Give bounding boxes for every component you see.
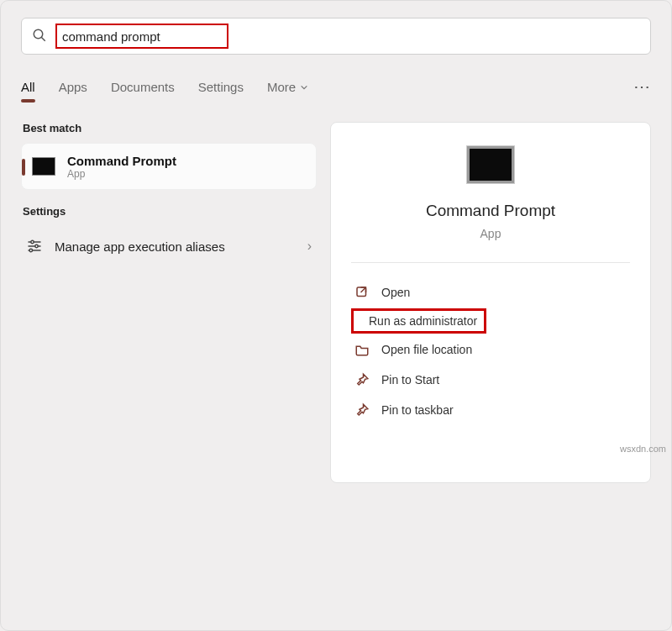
tab-all[interactable]: All — [21, 80, 35, 94]
search-highlight — [55, 24, 228, 49]
action-pin-to-start[interactable]: Pin to Start — [351, 365, 630, 394]
search-icon — [32, 28, 47, 45]
svg-point-3 — [31, 240, 34, 243]
details-subtitle: App — [480, 227, 501, 240]
action-label: Open — [381, 286, 410, 299]
chevron-down-icon — [300, 80, 308, 94]
tab-more-label: More — [267, 80, 296, 94]
result-subtitle: App — [67, 168, 176, 180]
tab-apps[interactable]: Apps — [59, 80, 87, 94]
results-column: Best match Command Prompt App Settings — [21, 122, 317, 266]
details-title: Command Prompt — [426, 202, 555, 220]
svg-line-9 — [361, 287, 366, 292]
folder-icon — [354, 342, 370, 357]
details-pane: Command Prompt App Open R — [330, 122, 651, 483]
command-prompt-icon — [32, 157, 55, 176]
command-prompt-icon — [467, 146, 514, 183]
action-label: Pin to Start — [381, 373, 439, 386]
pin-icon — [354, 372, 370, 387]
chevron-right-icon: › — [307, 239, 312, 254]
action-label: Run as administrator — [369, 314, 477, 328]
more-options-button[interactable]: ⋯ — [633, 76, 651, 97]
search-input[interactable] — [60, 29, 223, 45]
action-run-as-administrator[interactable]: Run as administrator — [369, 314, 477, 328]
settings-heading: Settings — [21, 205, 317, 226]
best-match-result[interactable]: Command Prompt App — [21, 143, 317, 190]
svg-line-1 — [41, 37, 45, 41]
settings-result-label: Manage app execution aliases — [55, 239, 296, 254]
action-pin-to-taskbar[interactable]: Pin to taskbar — [351, 396, 630, 424]
pin-icon — [354, 402, 370, 418]
open-icon — [354, 285, 370, 300]
tab-settings[interactable]: Settings — [198, 80, 244, 94]
filter-tabs: All Apps Documents Settings More ⋯ — [21, 55, 651, 102]
sliders-icon — [26, 238, 43, 255]
result-title: Command Prompt — [67, 154, 176, 168]
details-header: Command Prompt App — [351, 146, 630, 263]
action-open-file-location[interactable]: Open file location — [351, 335, 630, 364]
svg-point-5 — [35, 245, 38, 247]
action-open[interactable]: Open — [351, 278, 630, 307]
tab-documents[interactable]: Documents — [111, 80, 175, 94]
settings-result[interactable]: Manage app execution aliases › — [21, 226, 317, 266]
selection-accent — [22, 159, 25, 176]
action-label: Pin to taskbar — [381, 403, 454, 417]
watermark: wsxdn.com — [620, 444, 666, 454]
action-highlight: Run as administrator — [351, 308, 486, 334]
svg-point-7 — [29, 249, 32, 251]
action-run-as-administrator-wrap: Run as administrator — [351, 308, 630, 334]
search-bar[interactable] — [21, 18, 651, 55]
action-label: Open file location — [381, 343, 472, 356]
action-list: Open Run as administrator — [351, 278, 630, 424]
best-match-heading: Best match — [21, 122, 317, 143]
tab-more[interactable]: More — [267, 80, 308, 94]
svg-point-0 — [34, 29, 43, 39]
